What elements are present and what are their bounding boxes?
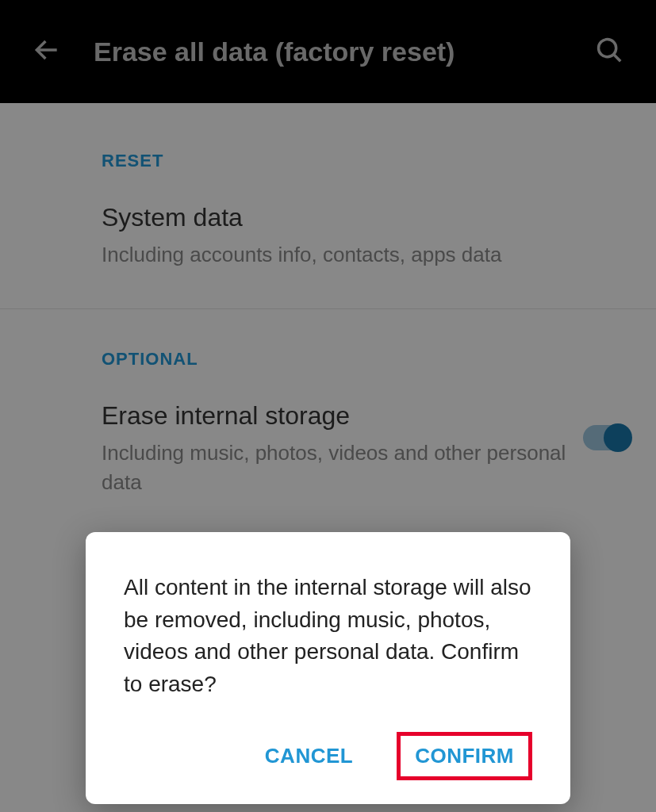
dialog-button-row: CANCEL CONFIRM	[124, 732, 532, 780]
dialog-message: All content in the internal storage will…	[124, 572, 532, 700]
confirm-button[interactable]: CONFIRM	[415, 744, 514, 768]
confirm-dialog: All content in the internal storage will…	[86, 532, 570, 804]
confirm-highlight-box: CONFIRM	[397, 732, 532, 780]
cancel-button[interactable]: CANCEL	[257, 734, 361, 778]
